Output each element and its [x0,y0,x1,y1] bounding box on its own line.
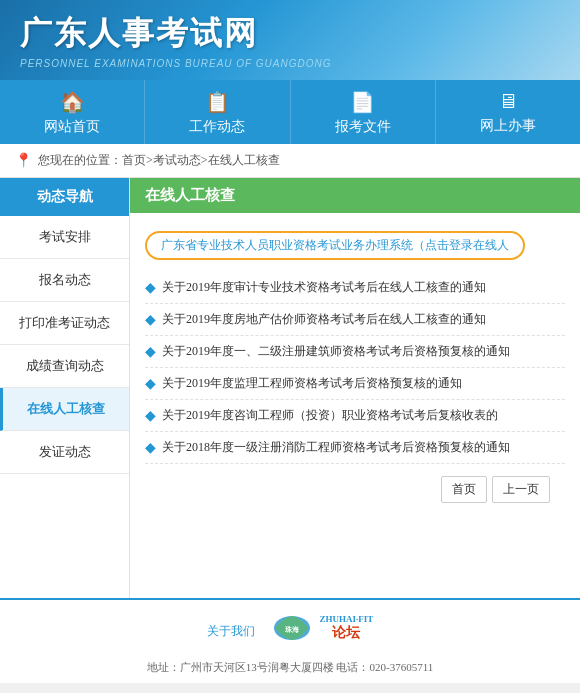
watermark-text-block: ZHUHAI·FIT 论坛 [320,614,374,642]
bullet-4: ◆ [145,375,156,392]
navbar: 🏠 网站首页 📋 工作动态 📄 报考文件 🖥 网上办事 [0,80,580,144]
nav-exam-label: 报考文件 [335,118,391,136]
notice-item-6: ◆ 关于2018年度一级注册消防工程师资格考试考后资格预复核的通知 [145,432,565,464]
notice-item-5: ◆ 关于2019年度咨询工程师（投资）职业资格考试考后复核收表的 [145,400,565,432]
notice-link-1[interactable]: 关于2019年度审计专业技术资格考试考后在线人工核查的通知 [162,279,486,296]
about-us-link[interactable]: 关于我们 [207,623,255,640]
notice-item-1: ◆ 关于2019年度审计专业技术资格考试考后在线人工核查的通知 [145,272,565,304]
online-icon: 🖥 [498,90,518,113]
sidebar-item-exam-schedule[interactable]: 考试安排 [0,216,129,259]
notice-list: ◆ 关于2019年度审计专业技术资格考试考后在线人工核查的通知 ◆ 关于2019… [145,272,565,464]
breadcrumb: 📍 您现在的位置：首页>考试动态>在线人工核查 [0,144,580,178]
watermark-label: ZHUHAI·FIT [320,614,374,624]
featured-link[interactable]: 广东省专业技术人员职业资格考试业务办理系统（点击登录在线人 [161,238,509,252]
notice-link-5[interactable]: 关于2019年度咨询工程师（投资）职业资格考试考后复核收表的 [162,407,498,424]
pagination: 首页 上一页 [145,464,565,515]
header: 广东人事考试网 PERSONNEL EXAMINATIONS BUREAU OF… [0,0,580,80]
nav-exam-files[interactable]: 📄 报考文件 [291,80,436,144]
nav-home[interactable]: 🏠 网站首页 [0,80,145,144]
notice-link-4[interactable]: 关于2019年度监理工程师资格考试考后资格预复核的通知 [162,375,462,392]
nav-online-label: 网上办事 [480,117,536,135]
logo-graphic: 珠海 [270,608,315,648]
notice-item-2: ◆ 关于2019年度房地产估价师资格考试考后在线人工核查的通知 [145,304,565,336]
footer-watermark: 珠海 ZHUHAI·FIT 论坛 [270,608,374,648]
content-title: 在线人工核查 [130,178,580,213]
watermark-container: 珠海 ZHUHAI·FIT 论坛 [270,608,374,648]
bullet-5: ◆ [145,407,156,424]
sidebar-title: 动态导航 [0,178,129,216]
svg-text:珠海: 珠海 [284,625,300,634]
prev-page-button[interactable]: 上一页 [492,476,550,503]
footer-links: 关于我们 珠海 ZHUHAI·FIT 论坛 [15,608,565,654]
nav-home-label: 网站首页 [44,118,100,136]
notice-link-3[interactable]: 关于2019年度一、二级注册建筑师资格考试考后资格预复核的通知 [162,343,510,360]
nav-work-updates[interactable]: 📋 工作动态 [145,80,290,144]
bullet-6: ◆ [145,439,156,456]
notice-link-6[interactable]: 关于2018年度一级注册消防工程师资格考试考后资格预复核的通知 [162,439,510,456]
notice-link-2[interactable]: 关于2019年度房地产估价师资格考试考后在线人工核查的通知 [162,311,486,328]
sidebar-item-registration[interactable]: 报名动态 [0,259,129,302]
nav-work-label: 工作动态 [189,118,245,136]
sidebar-item-print-admit[interactable]: 打印准考证动态 [0,302,129,345]
sidebar-item-score-query[interactable]: 成绩查询动态 [0,345,129,388]
forum-label: 论坛 [320,624,374,642]
oval-highlight: 广东省专业技术人员职业资格考试业务办理系统（点击登录在线人 [145,231,525,260]
nav-online-service[interactable]: 🖥 网上办事 [436,80,580,144]
work-icon: 📋 [205,90,230,114]
footer-address: 地址：广州市天河区13号润粤大厦四楼 电话：020-37605711 [15,660,565,675]
bullet-2: ◆ [145,311,156,328]
main-content: 动态导航 考试安排 报名动态 打印准考证动态 成绩查询动态 在线人工核查 发证动… [0,178,580,598]
sidebar-item-cert[interactable]: 发证动态 [0,431,129,474]
site-subtitle: PERSONNEL EXAMINATIONS BUREAU OF GUANGDO… [20,58,560,69]
file-icon: 📄 [350,90,375,114]
content-area: 在线人工核查 广东省专业技术人员职业资格考试业务办理系统（点击登录在线人 ◆ 关… [130,178,580,598]
site-title: 广东人事考试网 [20,12,560,56]
notice-item-3: ◆ 关于2019年度一、二级注册建筑师资格考试考后资格预复核的通知 [145,336,565,368]
breadcrumb-text: 您现在的位置：首页>考试动态>在线人工核查 [38,152,280,169]
bullet-1: ◆ [145,279,156,296]
notice-item-4: ◆ 关于2019年度监理工程师资格考试考后资格预复核的通知 [145,368,565,400]
bullet-3: ◆ [145,343,156,360]
footer: 关于我们 珠海 ZHUHAI·FIT 论坛 地址：广州市天河区13号润粤大厦四楼 [0,598,580,683]
sidebar-item-online-check[interactable]: 在线人工核查 [0,388,129,431]
featured-link-container: 广东省专业技术人员职业资格考试业务办理系统（点击登录在线人 [145,231,565,260]
first-page-button[interactable]: 首页 [441,476,487,503]
content-body: 广东省专业技术人员职业资格考试业务办理系统（点击登录在线人 ◆ 关于2019年度… [130,213,580,525]
location-icon: 📍 [15,152,32,169]
home-icon: 🏠 [60,90,85,114]
sidebar: 动态导航 考试安排 报名动态 打印准考证动态 成绩查询动态 在线人工核查 发证动… [0,178,130,598]
